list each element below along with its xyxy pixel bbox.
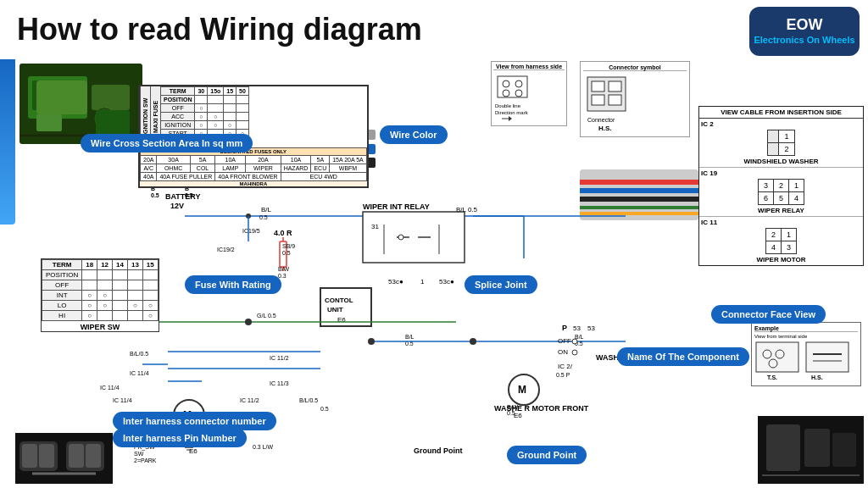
svg-text:0.3 L/W: 0.3 L/W	[253, 444, 274, 450]
callout-component-name: Name Of The Component	[617, 347, 749, 366]
car-photo-inner	[19, 64, 142, 144]
callout-fuse-label: Fuse With Rating	[195, 280, 271, 290]
svg-text:B/W: B/W	[507, 404, 519, 410]
svg-text:0.5: 0.5	[507, 410, 515, 416]
svg-text:IC19/2: IC19/2	[217, 247, 235, 252]
svg-rect-1	[28, 76, 87, 119]
header: How to read Wiring diagram	[0, 0, 868, 59]
svg-rect-153	[806, 342, 849, 372]
svg-marker-140	[509, 116, 512, 121]
svg-point-114	[470, 338, 476, 345]
svg-rect-143	[609, 81, 621, 92]
callout-wire-color-label: Wire Color	[390, 130, 437, 140]
svg-text:SB/9: SB/9	[282, 243, 295, 249]
svg-text:H.S.: H.S.	[598, 125, 612, 132]
svg-point-116	[245, 319, 252, 325]
windshield-washer-label: WINDSHIELD WASHER	[701, 158, 861, 165]
svg-text:B/L/0.5: B/L/0.5	[299, 397, 318, 403]
ic-panel-title: VIEW CABLE FROM INSERTION SIDE	[699, 107, 863, 119]
svg-text:53: 53	[587, 324, 595, 332]
svg-text:IC19/5: IC19/5	[242, 228, 260, 234]
svg-text:Connector: Connector	[587, 117, 615, 123]
svg-text:53c●: 53c●	[439, 278, 454, 286]
svg-point-134	[515, 80, 522, 87]
wiper-sw-label: WIPER SW	[42, 323, 159, 331]
right-ic-panel: VIEW CABLE FROM INSERTION SIDE IC 2 1 2 …	[698, 106, 864, 266]
svg-text:SW: SW	[134, 451, 144, 457]
svg-text:2=PARK: 2=PARK	[134, 458, 157, 463]
svg-text:B/L: B/L	[261, 206, 272, 214]
connector-symbol-box: Connector symbol Connector H.S.	[580, 61, 690, 137]
callout-inter-harness-connector: Inter harness connector number	[113, 412, 276, 430]
svg-text:H.S.: H.S.	[811, 374, 823, 380]
svg-text:31: 31	[371, 223, 379, 230]
svg-point-133	[503, 80, 509, 87]
svg-text:UNIT: UNIT	[327, 306, 343, 313]
svg-point-115	[368, 338, 375, 345]
svg-rect-132	[498, 76, 527, 97]
svg-point-122	[572, 339, 577, 344]
example-svg-2: H.S.	[804, 341, 851, 383]
view-terminal-label: View from terminal side	[754, 334, 858, 339]
callout-splice-label: Splice Joint	[475, 280, 527, 290]
svg-rect-3	[92, 85, 130, 110]
connector-hs-svg: Connector H.S.	[583, 73, 630, 132]
svg-text:Double line: Double line	[495, 103, 521, 108]
connector-symbol-title: Connector symbol	[583, 64, 687, 71]
main-container: How to read Wiring diagram EOW Electroni…	[0, 0, 868, 488]
svg-text:CONTOL: CONTOL	[325, 297, 353, 304]
callout-wire-cross-label: Wire Cross Section Area In sq mm	[91, 138, 242, 148]
callout-inter-harness-pin-label: Inter harness Pin Number	[123, 433, 236, 443]
svg-text:B/L/0.5: B/L/0.5	[130, 351, 148, 357]
callout-inter-harness-connector-label: Inter harness connector number	[123, 416, 266, 426]
callout-fuse-rating: Fuse With Rating	[185, 275, 281, 294]
svg-text:IC 11/2: IC 11/2	[240, 397, 259, 403]
svg-point-123	[572, 350, 577, 355]
svg-rect-22	[766, 424, 800, 471]
svg-point-135	[503, 90, 509, 97]
svg-rect-59	[363, 212, 465, 263]
connector-example-box: Example View from terminal side T.S. H.S…	[751, 322, 861, 386]
dark-photo	[758, 416, 864, 484]
car-photo	[19, 64, 142, 144]
svg-text:IC 11/4: IC 11/4	[130, 370, 149, 376]
svg-text:T.S.: T.S.	[767, 374, 777, 380]
example-svg-1: T.S.	[754, 341, 801, 383]
callout-component-name-label: Name Of The Component	[627, 352, 739, 362]
svg-text:IC 11/2: IC 11/2	[270, 355, 289, 361]
ic2-label: IC 2	[701, 120, 861, 128]
callout-splice-joint: Splice Joint	[465, 275, 537, 294]
callout-inter-harness-pin: Inter harness Pin Number	[113, 429, 247, 447]
svg-text:53c●: 53c●	[388, 278, 403, 286]
svg-point-5	[94, 108, 114, 129]
svg-text:0.5: 0.5	[282, 250, 291, 256]
svg-rect-144	[592, 95, 604, 105]
svg-rect-2	[32, 80, 79, 110]
svg-text:G/L 0.5: G/L 0.5	[257, 313, 276, 319]
svg-rect-145	[609, 95, 621, 105]
ic11-label: IC 11	[701, 219, 861, 226]
relay-label: WIPER INT RELAY	[363, 202, 430, 211]
wiper-motor-ic-label: WIPER MOTOR	[701, 256, 861, 263]
svg-text:0.5: 0.5	[320, 406, 329, 412]
svg-rect-24	[832, 433, 856, 467]
logo-eow: EOW	[787, 16, 823, 34]
callout-wire-cross-section: Wire Cross Section Area In sq mm	[81, 134, 253, 152]
ic19-label: IC 19	[701, 169, 861, 177]
svg-rect-142	[592, 81, 604, 92]
svg-text:0.3: 0.3	[278, 273, 287, 279]
page-title: How to read Wiring diagram	[17, 12, 851, 47]
svg-text:Direction mark: Direction mark	[495, 110, 529, 115]
callout-connector-face: Connector Face View	[711, 305, 826, 324]
svg-text:IC 11/3: IC 11/3	[270, 380, 289, 386]
diagram-area: IGNITION SW MAXI FUSE TERM 30 15o 15 50 …	[15, 59, 868, 488]
svg-text:0.5: 0.5	[259, 214, 268, 220]
callout-wire-color: Wire Color	[380, 125, 448, 144]
callout-connector-face-label: Connector Face View	[721, 309, 815, 319]
svg-text:1: 1	[420, 278, 425, 286]
svg-text:B/L: B/L	[405, 334, 415, 340]
svg-text:0.5 P: 0.5 P	[556, 372, 570, 378]
svg-text:IC 11/4: IC 11/4	[100, 385, 120, 391]
connector-example-title: Example	[754, 325, 858, 332]
dark-photo-inner	[758, 416, 864, 484]
